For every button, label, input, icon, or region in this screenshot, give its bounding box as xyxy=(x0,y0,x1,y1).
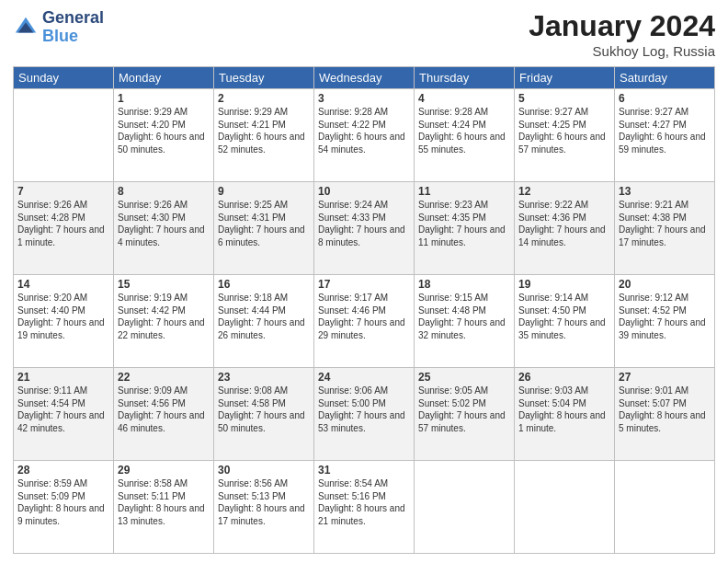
day-info: Sunrise: 9:14 AM Sunset: 4:50 PM Dayligh… xyxy=(518,292,610,341)
day-number: 18 xyxy=(418,278,510,291)
sunrise-text: Sunrise: 9:06 AM xyxy=(318,385,410,397)
day-number: 16 xyxy=(218,278,310,291)
day-info: Sunrise: 9:06 AM Sunset: 5:00 PM Dayligh… xyxy=(318,385,410,434)
calendar-cell: 25 Sunrise: 9:05 AM Sunset: 5:02 PM Dayl… xyxy=(415,368,515,461)
logo-text: General Blue xyxy=(42,9,104,46)
calendar-cell: 5 Sunrise: 9:27 AM Sunset: 4:25 PM Dayli… xyxy=(515,89,615,182)
sunrise-text: Sunrise: 9:17 AM xyxy=(318,292,410,304)
day-number: 15 xyxy=(118,278,210,291)
calendar-cell: 12 Sunrise: 9:22 AM Sunset: 4:36 PM Dayl… xyxy=(515,182,615,275)
sunset-text: Sunset: 4:33 PM xyxy=(318,212,410,224)
day-number: 27 xyxy=(619,371,711,384)
day-number: 25 xyxy=(418,371,510,384)
sunrise-text: Sunrise: 9:14 AM xyxy=(518,292,610,304)
day-info: Sunrise: 9:09 AM Sunset: 4:56 PM Dayligh… xyxy=(118,385,210,434)
calendar-cell: 19 Sunrise: 9:14 AM Sunset: 4:50 PM Dayl… xyxy=(515,275,615,368)
calendar-cell: 18 Sunrise: 9:15 AM Sunset: 4:48 PM Dayl… xyxy=(415,275,515,368)
daylight-text: Daylight: 6 hours and 59 minutes. xyxy=(619,131,711,155)
daylight-text: Daylight: 7 hours and 4 minutes. xyxy=(118,224,210,248)
daylight-text: Daylight: 7 hours and 8 minutes. xyxy=(318,224,410,248)
day-number: 9 xyxy=(218,185,310,198)
sunset-text: Sunset: 4:42 PM xyxy=(118,304,210,317)
day-info: Sunrise: 8:54 AM Sunset: 5:16 PM Dayligh… xyxy=(318,477,410,527)
sunrise-text: Sunrise: 9:12 AM xyxy=(619,292,711,304)
day-number: 8 xyxy=(118,185,210,198)
sunrise-text: Sunrise: 9:03 AM xyxy=(518,385,610,397)
calendar-cell: 27 Sunrise: 9:01 AM Sunset: 5:07 PM Dayl… xyxy=(615,368,715,461)
calendar-cell: 6 Sunrise: 9:27 AM Sunset: 4:27 PM Dayli… xyxy=(615,89,715,182)
sunrise-text: Sunrise: 8:56 AM xyxy=(218,477,310,490)
sunset-text: Sunset: 5:02 PM xyxy=(418,397,510,410)
daylight-text: Daylight: 6 hours and 57 minutes. xyxy=(518,131,610,155)
day-info: Sunrise: 9:28 AM Sunset: 4:24 PM Dayligh… xyxy=(418,106,510,155)
sunset-text: Sunset: 4:56 PM xyxy=(118,397,210,410)
sunset-text: Sunset: 4:21 PM xyxy=(218,119,310,132)
sunrise-text: Sunrise: 9:27 AM xyxy=(518,106,610,119)
calendar-cell: 26 Sunrise: 9:03 AM Sunset: 5:04 PM Dayl… xyxy=(515,368,615,461)
sunset-text: Sunset: 4:48 PM xyxy=(418,304,510,317)
day-info: Sunrise: 9:22 AM Sunset: 4:36 PM Dayligh… xyxy=(518,199,610,248)
col-wednesday: Wednesday xyxy=(314,67,415,89)
day-info: Sunrise: 9:29 AM Sunset: 4:21 PM Dayligh… xyxy=(218,106,310,155)
calendar-cell xyxy=(415,461,515,554)
day-number: 11 xyxy=(418,185,510,198)
calendar-cell: 8 Sunrise: 9:26 AM Sunset: 4:30 PM Dayli… xyxy=(114,182,214,275)
daylight-text: Daylight: 7 hours and 35 minutes. xyxy=(518,316,610,341)
calendar-cell: 14 Sunrise: 9:20 AM Sunset: 4:40 PM Dayl… xyxy=(14,275,114,368)
day-number: 19 xyxy=(518,278,610,291)
col-tuesday: Tuesday xyxy=(214,67,314,89)
month-title: January 2024 xyxy=(529,9,715,43)
col-thursday: Thursday xyxy=(415,67,515,89)
sunset-text: Sunset: 4:25 PM xyxy=(518,119,610,132)
calendar-cell xyxy=(14,89,114,182)
page: General Blue January 2024 Sukhoy Log, Ru… xyxy=(0,0,728,563)
calendar-cell: 23 Sunrise: 9:08 AM Sunset: 4:58 PM Dayl… xyxy=(214,368,314,461)
calendar-cell xyxy=(515,461,615,554)
sunset-text: Sunset: 4:46 PM xyxy=(318,304,410,317)
sunset-text: Sunset: 4:22 PM xyxy=(318,119,410,132)
sunrise-text: Sunrise: 9:19 AM xyxy=(118,292,210,304)
logo-icon xyxy=(13,15,39,40)
sunset-text: Sunset: 5:07 PM xyxy=(619,397,711,410)
daylight-text: Daylight: 7 hours and 46 minutes. xyxy=(118,409,210,434)
day-number: 7 xyxy=(17,185,109,198)
col-monday: Monday xyxy=(114,67,214,89)
daylight-text: Daylight: 7 hours and 39 minutes. xyxy=(619,316,711,341)
sunset-text: Sunset: 5:00 PM xyxy=(318,397,410,410)
day-info: Sunrise: 9:21 AM Sunset: 4:38 PM Dayligh… xyxy=(619,199,711,248)
calendar-week-row-3: 14 Sunrise: 9:20 AM Sunset: 4:40 PM Dayl… xyxy=(14,275,715,368)
day-number: 1 xyxy=(118,92,210,105)
location: Sukhoy Log, Russia xyxy=(529,43,715,59)
day-info: Sunrise: 9:25 AM Sunset: 4:31 PM Dayligh… xyxy=(218,199,310,248)
day-info: Sunrise: 8:59 AM Sunset: 5:09 PM Dayligh… xyxy=(17,477,109,527)
sunrise-text: Sunrise: 9:23 AM xyxy=(418,199,510,212)
daylight-text: Daylight: 8 hours and 9 minutes. xyxy=(17,502,109,527)
col-friday: Friday xyxy=(515,67,615,89)
sunrise-text: Sunrise: 9:29 AM xyxy=(118,106,210,119)
sunset-text: Sunset: 4:38 PM xyxy=(619,212,711,224)
daylight-text: Daylight: 7 hours and 11 minutes. xyxy=(418,224,510,248)
sunrise-text: Sunrise: 9:24 AM xyxy=(318,199,410,212)
calendar-cell: 13 Sunrise: 9:21 AM Sunset: 4:38 PM Dayl… xyxy=(615,182,715,275)
calendar-cell: 24 Sunrise: 9:06 AM Sunset: 5:00 PM Dayl… xyxy=(314,368,415,461)
daylight-text: Daylight: 7 hours and 19 minutes. xyxy=(17,316,109,341)
daylight-text: Daylight: 7 hours and 50 minutes. xyxy=(218,409,310,434)
sunset-text: Sunset: 4:27 PM xyxy=(619,119,711,132)
col-sunday: Sunday xyxy=(14,67,114,89)
calendar-cell: 29 Sunrise: 8:58 AM Sunset: 5:11 PM Dayl… xyxy=(114,461,214,554)
day-number: 31 xyxy=(318,464,410,477)
sunrise-text: Sunrise: 9:18 AM xyxy=(218,292,310,304)
day-info: Sunrise: 9:12 AM Sunset: 4:52 PM Dayligh… xyxy=(619,292,711,341)
sunset-text: Sunset: 5:13 PM xyxy=(218,490,310,503)
day-info: Sunrise: 9:05 AM Sunset: 5:02 PM Dayligh… xyxy=(418,385,510,434)
sunrise-text: Sunrise: 9:26 AM xyxy=(17,199,109,212)
day-info: Sunrise: 9:24 AM Sunset: 4:33 PM Dayligh… xyxy=(318,199,410,248)
day-number: 21 xyxy=(17,371,109,384)
day-info: Sunrise: 9:27 AM Sunset: 4:25 PM Dayligh… xyxy=(518,106,610,155)
header: General Blue January 2024 Sukhoy Log, Ru… xyxy=(13,9,715,59)
sunrise-text: Sunrise: 9:28 AM xyxy=(418,106,510,119)
day-number: 4 xyxy=(418,92,510,105)
calendar-cell: 28 Sunrise: 8:59 AM Sunset: 5:09 PM Dayl… xyxy=(14,461,114,554)
daylight-text: Daylight: 6 hours and 52 minutes. xyxy=(218,131,310,155)
daylight-text: Daylight: 7 hours and 57 minutes. xyxy=(418,409,510,434)
